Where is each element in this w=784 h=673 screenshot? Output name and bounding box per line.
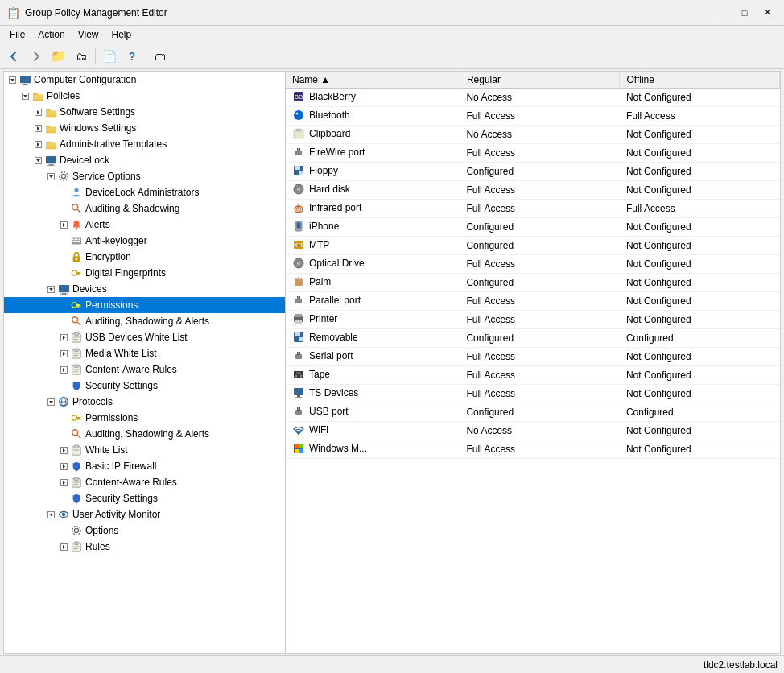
table-row[interactable]: BluetoothFull AccessFull Access	[286, 107, 780, 126]
show-hide-button[interactable]: 🗂	[71, 47, 92, 66]
menu-item-action[interactable]: Action	[31, 27, 71, 42]
tree-expander-basic-ip-firewall[interactable]	[57, 460, 70, 473]
tree-item-alerts[interactable]: Alerts	[4, 217, 285, 233]
tree-panel[interactable]: Computer ConfigurationPoliciesSoftware S…	[4, 72, 286, 653]
forward-button[interactable]	[26, 47, 47, 66]
table-row[interactable]: MTPMTPConfiguredNot Configured	[286, 237, 780, 255]
up-button[interactable]: 📁	[48, 47, 69, 66]
tree-item-options[interactable]: Options	[4, 522, 285, 539]
table-row[interactable]: Serial portFull AccessNot Configured	[286, 348, 780, 366]
svg-rect-116	[295, 278, 297, 282]
tree-item-content-aware-rules[interactable]: Content-Aware Rules	[4, 361, 285, 378]
cell-offline-1: Full Access	[620, 107, 780, 126]
tree-expander-software-settings[interactable]	[31, 105, 44, 118]
tree-item-software-settings[interactable]: Software Settings	[4, 104, 285, 120]
tree-item-whitelist-proto[interactable]: White List	[4, 442, 285, 458]
table-row[interactable]: TS DevicesFull AccessNot Configured	[286, 385, 780, 403]
table-row[interactable]: TapeFull AccessNot Configured	[286, 366, 780, 385]
tree-item-devicelock-admins[interactable]: DeviceLock Administrators	[4, 184, 285, 200]
tree-expander-windows-settings[interactable]	[31, 122, 44, 134]
tree-expander-content-aware-rules[interactable]	[57, 363, 70, 376]
tree-expander-media-whitelist[interactable]	[57, 347, 70, 360]
view-button[interactable]: 🗃	[150, 47, 171, 66]
tree-item-basic-ip-firewall[interactable]: Basic IP Firewall	[4, 458, 285, 474]
table-row[interactable]: Hard diskFull AccessNot Configured	[286, 181, 780, 200]
tree-item-content-aware-rules-proto[interactable]: Content-Aware Rules	[4, 474, 285, 490]
tree-expander-admin-templates[interactable]	[31, 138, 44, 151]
menu-item-file[interactable]: File	[3, 27, 31, 42]
tree-item-perm-protocols[interactable]: Permissions	[4, 410, 285, 426]
maximize-button[interactable]: □	[734, 5, 755, 21]
tree-expander-rules[interactable]	[57, 540, 70, 553]
menu-item-help[interactable]: Help	[105, 27, 138, 42]
table-row[interactable]: Infrared portFull AccessFull Access	[286, 200, 780, 218]
table-row[interactable]: USB portConfiguredConfigured	[286, 403, 780, 422]
table-row[interactable]: PalmConfiguredNot Configured	[286, 274, 780, 292]
help-button[interactable]: ?	[122, 47, 142, 66]
tree-item-security-settings-proto[interactable]: Security Settings	[4, 490, 285, 506]
tree-item-devices[interactable]: Devices	[4, 281, 285, 297]
tree-item-windows-settings[interactable]: Windows Settings	[4, 120, 285, 136]
tree-expander-usb-whitelist[interactable]	[57, 331, 70, 344]
tree-item-anti-keylogger[interactable]: Anti-keylogger	[4, 233, 285, 249]
tree-item-user-activity-monitor[interactable]: User Activity Monitor	[4, 506, 285, 522]
tree-item-policies[interactable]: Policies	[4, 88, 285, 104]
table-row[interactable]: Parallel portFull AccessNot Configured	[286, 292, 780, 311]
tree-expander-alerts[interactable]	[57, 218, 70, 231]
tree-item-devicelock[interactable]: DeviceLock	[4, 152, 285, 168]
back-button[interactable]	[3, 47, 24, 66]
column-header-name[interactable]: Name ▲	[286, 72, 460, 89]
table-row[interactable]: iPhoneConfiguredNot Configured	[286, 218, 780, 237]
tree-icon-encryption	[70, 250, 83, 263]
column-header-regular[interactable]: Regular	[460, 72, 620, 89]
cell-offline-9: Not Configured	[620, 255, 780, 274]
svg-line-41	[77, 322, 80, 325]
column-header-offline[interactable]: Offline	[620, 72, 780, 89]
tree-expander-policies[interactable]	[19, 89, 31, 102]
tree-expander-content-aware-rules-proto[interactable]	[57, 476, 70, 489]
tree-item-admin-templates[interactable]: Administrative Templates	[4, 136, 285, 152]
table-row[interactable]: WiFiNo AccessNot Configured	[286, 422, 780, 440]
table-row[interactable]: Windows M...Full AccessNot Configured	[286, 440, 780, 459]
cell-name-6: Infrared port	[286, 200, 460, 218]
tree-item-usb-whitelist[interactable]: USB Devices White List	[4, 329, 285, 345]
table-row[interactable]: PrinterFull AccessNot Configured	[286, 311, 780, 329]
tree-item-protocols[interactable]: Protocols	[4, 394, 285, 410]
tree-expander-protocols[interactable]	[44, 395, 57, 408]
tree-item-rules[interactable]: Rules	[4, 539, 285, 555]
tree-item-permissions[interactable]: Permissions	[4, 297, 285, 313]
tree-expander-user-activity-monitor[interactable]	[44, 508, 57, 521]
export-button[interactable]: 📄	[99, 47, 120, 66]
tree-expander-service-options[interactable]	[44, 170, 57, 183]
tree-item-service-options[interactable]: Service Options	[4, 168, 285, 184]
tree-item-digital-fingerprints[interactable]: Digital Fingerprints	[4, 265, 285, 281]
tree-item-media-whitelist[interactable]: Media White List	[4, 345, 285, 361]
tree-expander-computer-config[interactable]	[6, 73, 19, 86]
table-row[interactable]: ClipboardNo AccessNot Configured	[286, 126, 780, 144]
tree-item-computer-config[interactable]: Computer Configuration	[4, 72, 285, 88]
table-row[interactable]: Optical DriveFull AccessNot Configured	[286, 255, 780, 274]
table-row[interactable]: FloppyConfiguredNot Configured	[286, 163, 780, 181]
cell-name-1: Bluetooth	[286, 107, 460, 126]
tree-item-auditing-shadowing-alerts[interactable]: Auditing, Shadowing & Alerts	[4, 313, 285, 329]
tree-item-encryption[interactable]: Encryption	[4, 249, 285, 265]
tree-item-security-settings[interactable]: Security Settings	[4, 378, 285, 394]
table-row[interactable]: RemovableConfiguredConfigured	[286, 329, 780, 348]
tree-item-auditing-shadowing[interactable]: Auditing & Shadowing	[4, 200, 285, 217]
tree-item-audit-shadow-alerts-proto[interactable]: Auditing, Shadowing & Alerts	[4, 426, 285, 442]
tree-expander-perm-protocols	[57, 411, 70, 424]
menu-item-view[interactable]: View	[72, 27, 105, 42]
tree-icon-admin-templates	[44, 138, 57, 151]
close-button[interactable]: ✕	[757, 5, 778, 21]
row-icon-1	[292, 109, 305, 122]
minimize-button[interactable]: —	[712, 5, 732, 21]
table-row[interactable]: BBBlackBerryNo AccessNot Configured	[286, 89, 780, 107]
table-row[interactable]: FireWire portFull AccessNot Configured	[286, 144, 780, 163]
tree-expander-devicelock[interactable]	[31, 154, 44, 167]
tree-expander-whitelist-proto[interactable]	[57, 444, 70, 456]
tree-expander-devices[interactable]	[44, 283, 57, 295]
tree-icon-content-aware-rules-proto	[70, 476, 83, 489]
cell-regular-13: Configured	[460, 329, 620, 348]
titlebar-left: 📋 Group Policy Management Editor	[6, 6, 167, 19]
svg-point-109	[298, 229, 299, 229]
